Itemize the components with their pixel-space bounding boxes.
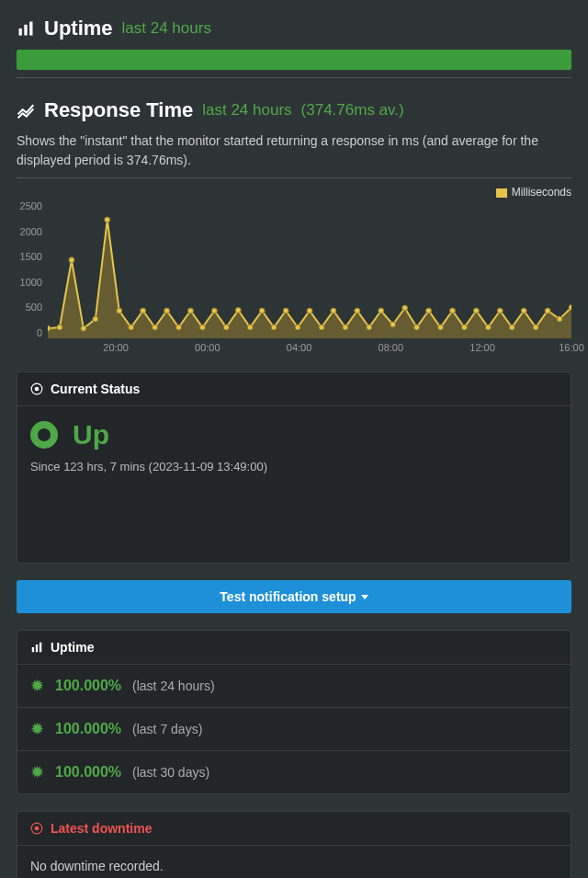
- svg-point-6: [81, 325, 86, 331]
- current-status-body: Up Since 123 hrs, 7 mins (2023-11-09 13:…: [17, 406, 571, 563]
- svg-point-13: [164, 308, 170, 314]
- svg-point-42: [509, 325, 514, 330]
- divider: [17, 77, 571, 78]
- svg-point-3: [48, 325, 51, 331]
- y-tick: 2500: [17, 200, 42, 211]
- svg-rect-50: [32, 647, 34, 652]
- svg-rect-1: [24, 25, 27, 36]
- svg-point-7: [93, 316, 98, 322]
- svg-point-25: [307, 308, 312, 314]
- uptime-section-header: Uptime last 24 hours: [17, 17, 571, 40]
- svg-point-12: [153, 325, 158, 330]
- up-icon: [30, 421, 58, 449]
- target-icon: [30, 822, 43, 835]
- response-subtitle: last 24 hours: [202, 101, 291, 120]
- burst-icon: ✹: [30, 719, 44, 739]
- y-tick: 1500: [17, 251, 42, 262]
- svg-point-17: [211, 308, 217, 314]
- svg-point-47: [569, 304, 571, 310]
- status-indicator: Up: [30, 419, 558, 450]
- target-icon: [30, 382, 43, 395]
- svg-point-9: [117, 308, 122, 314]
- svg-point-40: [485, 325, 491, 330]
- status-since: Since 123 hrs, 7 mins (2023-11-09 13:49:…: [30, 460, 558, 473]
- svg-rect-51: [36, 644, 38, 652]
- x-tick: 00:00: [195, 342, 220, 353]
- svg-point-5: [69, 257, 74, 263]
- uptime-row: ✹ 100.000% (last 7 days): [17, 707, 571, 750]
- burst-icon: ✹: [30, 762, 44, 782]
- chart-area[interactable]: [48, 200, 571, 338]
- svg-point-16: [199, 325, 205, 330]
- svg-point-20: [247, 325, 253, 330]
- svg-point-22: [271, 325, 277, 330]
- uptime-panel-header: Uptime: [17, 631, 571, 665]
- uptime-pct: 100.000%: [55, 721, 121, 737]
- svg-point-28: [343, 325, 348, 330]
- svg-point-43: [521, 308, 526, 314]
- test-notification-button[interactable]: Test notification setup: [17, 580, 571, 613]
- downtime-header: Latest downtime: [17, 812, 571, 846]
- svg-rect-2: [29, 22, 32, 36]
- svg-point-26: [319, 325, 324, 330]
- svg-point-14: [176, 325, 182, 330]
- svg-point-44: [533, 325, 538, 330]
- svg-point-38: [461, 325, 467, 330]
- y-tick: 1000: [17, 277, 42, 288]
- response-avg: (374.76ms av.): [301, 101, 404, 120]
- svg-point-41: [497, 308, 503, 314]
- svg-point-35: [426, 308, 432, 314]
- divider: [17, 177, 571, 178]
- response-description: Shows the "instant" that the monitor sta…: [17, 131, 571, 170]
- svg-point-46: [557, 316, 562, 322]
- svg-point-31: [379, 308, 384, 314]
- x-tick: 04:00: [287, 342, 312, 353]
- trend-icon: [17, 101, 35, 120]
- uptime-pct: 100.000%: [55, 678, 121, 694]
- y-tick: 500: [17, 302, 42, 313]
- uptime-label: (last 30 days): [132, 765, 209, 780]
- chevron-down-icon: [361, 595, 368, 599]
- uptime-panel-header-text: Uptime: [51, 640, 94, 655]
- uptime-label: (last 24 hours): [132, 678, 214, 693]
- svg-point-39: [473, 308, 479, 314]
- x-tick: 16:00: [559, 342, 584, 353]
- x-tick: 08:00: [379, 342, 404, 353]
- uptime-panel: Uptime ✹ 100.000% (last 24 hours)✹ 100.0…: [17, 630, 571, 794]
- uptime-row: ✹ 100.000% (last 24 hours): [17, 665, 571, 707]
- y-tick: 2000: [17, 226, 42, 237]
- burst-icon: ✹: [30, 676, 44, 696]
- bars-icon: [17, 19, 35, 38]
- uptime-bar: [17, 50, 571, 70]
- x-tick: 12:00: [469, 342, 495, 353]
- uptime-subtitle: last 24 hours: [122, 19, 211, 38]
- uptime-label: (last 7 days): [132, 722, 202, 736]
- response-title: Response Time: [44, 98, 193, 122]
- x-tick: 20:00: [103, 342, 129, 353]
- svg-point-21: [259, 308, 265, 314]
- svg-point-54: [35, 827, 40, 831]
- downtime-header-text: Latest downtime: [51, 821, 152, 836]
- svg-point-4: [57, 325, 62, 330]
- status-text: Up: [73, 419, 109, 450]
- svg-point-30: [367, 325, 372, 330]
- uptime-row: ✹ 100.000% (last 30 days): [17, 750, 571, 793]
- y-axis: 25002000150010005000: [17, 200, 48, 338]
- svg-point-29: [355, 308, 360, 314]
- svg-point-8: [105, 217, 110, 222]
- chart-legend: Milliseconds: [17, 186, 571, 199]
- bars-icon: [30, 641, 43, 654]
- svg-rect-52: [40, 643, 41, 653]
- current-status-header: Current Status: [17, 372, 571, 406]
- svg-rect-0: [19, 29, 22, 36]
- svg-point-34: [414, 325, 420, 330]
- svg-point-37: [449, 308, 455, 314]
- uptime-title: Uptime: [44, 17, 113, 40]
- uptime-pct: 100.000%: [55, 764, 121, 781]
- current-status-header-text: Current Status: [51, 382, 140, 396]
- svg-point-24: [295, 325, 300, 330]
- svg-point-32: [390, 322, 396, 327]
- svg-point-23: [283, 308, 288, 314]
- svg-point-27: [331, 308, 336, 314]
- test-notification-label: Test notification setup: [220, 589, 356, 604]
